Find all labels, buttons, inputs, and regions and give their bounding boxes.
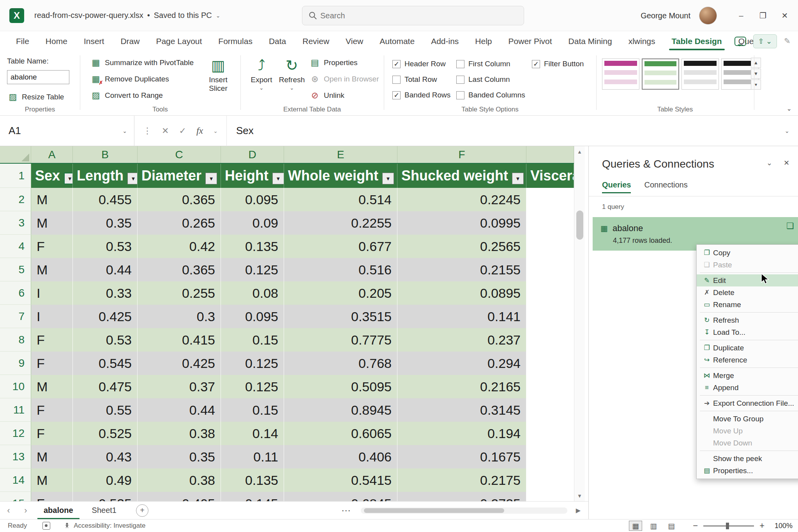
row-number[interactable]: 7 bbox=[0, 305, 31, 328]
cell[interactable] bbox=[526, 492, 574, 501]
cell[interactable]: 0.525 bbox=[73, 422, 138, 445]
tools-button[interactable]: Convert to Range bbox=[88, 87, 197, 104]
cell[interactable]: 0.095 bbox=[221, 188, 284, 211]
menu-item[interactable]: Export Connection File... bbox=[697, 397, 798, 409]
more-options-icon[interactable]: ⋮ bbox=[143, 126, 152, 136]
cell[interactable]: M bbox=[31, 211, 73, 235]
row-number[interactable]: 2 bbox=[0, 188, 31, 211]
menu-item[interactable]: Show the peek bbox=[697, 452, 798, 465]
header-cell[interactable]: Diameter ▼ bbox=[138, 164, 221, 188]
zoom-level[interactable]: 100% bbox=[770, 522, 793, 530]
accessibility-status[interactable]: Accessibility: Investigate bbox=[64, 522, 145, 530]
style-option-checkbox[interactable]: First Column bbox=[456, 56, 525, 72]
etd-button[interactable]: Properties bbox=[307, 55, 382, 71]
cell[interactable]: 0.365 bbox=[138, 188, 221, 211]
cell[interactable] bbox=[526, 305, 574, 328]
cell[interactable]: 0.205 bbox=[284, 281, 397, 305]
cell[interactable]: 0.2155 bbox=[397, 258, 526, 281]
comments-icon[interactable] bbox=[734, 37, 746, 46]
cell[interactable]: 0.7775 bbox=[284, 328, 397, 352]
cell[interactable]: 0.5095 bbox=[284, 375, 397, 398]
cell[interactable]: 0.14 bbox=[221, 422, 284, 445]
menu-item[interactable]: Copy bbox=[697, 247, 798, 259]
cell[interactable]: 0.15 bbox=[221, 398, 284, 422]
style-option-checkbox[interactable]: Filter Button bbox=[532, 56, 584, 72]
column-header[interactable]: B bbox=[73, 146, 138, 163]
sheet-nav-right-icon[interactable]: › bbox=[17, 505, 34, 516]
style-option-checkbox[interactable]: Header Row bbox=[392, 56, 450, 72]
style-option-checkbox[interactable]: Total Row bbox=[392, 72, 450, 87]
column-header[interactable]: E bbox=[284, 146, 397, 163]
select-all-corner[interactable] bbox=[0, 146, 31, 163]
panel-close-icon[interactable]: ✕ bbox=[784, 159, 789, 167]
hscroll-right-icon[interactable]: ▶ bbox=[571, 507, 585, 514]
cell[interactable]: 0.415 bbox=[138, 328, 221, 352]
gallery-more-icon[interactable]: ▾ bbox=[751, 80, 761, 90]
menu-item[interactable]: Reference bbox=[697, 354, 798, 366]
ribbon-tab[interactable]: Page Layout bbox=[148, 31, 210, 51]
page-layout-view-icon[interactable]: ▥ bbox=[647, 521, 660, 531]
cell[interactable] bbox=[526, 375, 574, 398]
cell[interactable]: 0.425 bbox=[73, 305, 138, 328]
collapse-ribbon-icon[interactable]: ⌄ bbox=[787, 105, 792, 112]
filter-button-icon[interactable]: ▼ bbox=[512, 173, 524, 184]
cell[interactable]: 0.545 bbox=[73, 352, 138, 375]
cell[interactable]: F bbox=[31, 352, 73, 375]
row-number[interactable]: 14 bbox=[0, 468, 31, 492]
chevron-down-icon[interactable]: ⌄ bbox=[213, 128, 218, 134]
search-input[interactable] bbox=[320, 11, 500, 20]
column-header[interactable]: C bbox=[138, 146, 221, 163]
menu-item[interactable]: Delete bbox=[697, 286, 798, 299]
export-button[interactable]: ⤴ Export ⌄ bbox=[246, 55, 277, 101]
cell[interactable]: F bbox=[31, 235, 73, 258]
row-number[interactable]: 8 bbox=[0, 328, 31, 352]
cell[interactable]: 0.3145 bbox=[397, 398, 526, 422]
cell[interactable]: 0.6845 bbox=[284, 492, 397, 501]
menu-item[interactable]: Edit bbox=[697, 274, 798, 286]
cell[interactable]: 0.3515 bbox=[284, 305, 397, 328]
cell[interactable]: 0.125 bbox=[221, 258, 284, 281]
scroll-up-icon[interactable]: ▲ bbox=[574, 146, 585, 157]
enter-icon[interactable]: ✓ bbox=[179, 126, 186, 136]
expand-formula-bar-icon[interactable]: ⌄ bbox=[784, 127, 798, 134]
cell[interactable] bbox=[526, 328, 574, 352]
cell[interactable]: 0.145 bbox=[221, 492, 284, 501]
style-option-checkbox[interactable]: Last Column bbox=[456, 72, 525, 87]
cell[interactable]: 0.1675 bbox=[397, 445, 526, 468]
cell[interactable]: 0.365 bbox=[138, 258, 221, 281]
close-button[interactable]: ✕ bbox=[774, 0, 796, 31]
cell[interactable]: 0.535 bbox=[73, 492, 138, 501]
style-option-checkbox[interactable]: Banded Rows bbox=[392, 87, 450, 103]
document-title[interactable]: read-from-csv-power-query.xlsx • Saved t… bbox=[34, 11, 220, 20]
cell[interactable]: 0.135 bbox=[221, 468, 284, 492]
ribbon-tab[interactable]: Review bbox=[294, 31, 337, 51]
cell[interactable]: 0.135 bbox=[221, 235, 284, 258]
menu-item[interactable]: Rename bbox=[697, 299, 798, 311]
cell[interactable]: 0.3 bbox=[138, 305, 221, 328]
menu-item[interactable]: Paste bbox=[697, 259, 798, 271]
column-header[interactable]: F bbox=[397, 146, 526, 163]
cell[interactable]: 0.194 bbox=[397, 422, 526, 445]
cell[interactable]: I bbox=[31, 305, 73, 328]
cell[interactable]: 0.237 bbox=[397, 328, 526, 352]
cell[interactable]: 0.125 bbox=[221, 375, 284, 398]
cell[interactable]: 0.406 bbox=[284, 445, 397, 468]
cell[interactable]: 0.2175 bbox=[397, 468, 526, 492]
etd-button[interactable]: Unlink bbox=[307, 87, 382, 104]
cell[interactable]: 0.141 bbox=[397, 305, 526, 328]
row-number[interactable]: 1 bbox=[0, 164, 31, 188]
panel-tab[interactable]: Queries bbox=[602, 180, 631, 193]
cell[interactable]: 0.2725 bbox=[397, 492, 526, 501]
cell[interactable]: 0.2165 bbox=[397, 375, 526, 398]
cell[interactable]: 0.125 bbox=[221, 352, 284, 375]
refresh-button[interactable]: ↻ Refresh ⌄ bbox=[276, 55, 307, 101]
header-cell[interactable]: Shucked weight ▼ bbox=[397, 164, 526, 188]
table-name-input[interactable] bbox=[7, 70, 69, 84]
cell[interactable]: 0.44 bbox=[73, 258, 138, 281]
ribbon-tab[interactable]: Help bbox=[467, 31, 500, 51]
cell[interactable] bbox=[526, 352, 574, 375]
search-box[interactable] bbox=[302, 6, 524, 25]
cell[interactable]: 0.405 bbox=[138, 492, 221, 501]
sheet-tab[interactable]: Sheet1 bbox=[83, 502, 126, 520]
zoom-slider[interactable] bbox=[703, 525, 754, 527]
